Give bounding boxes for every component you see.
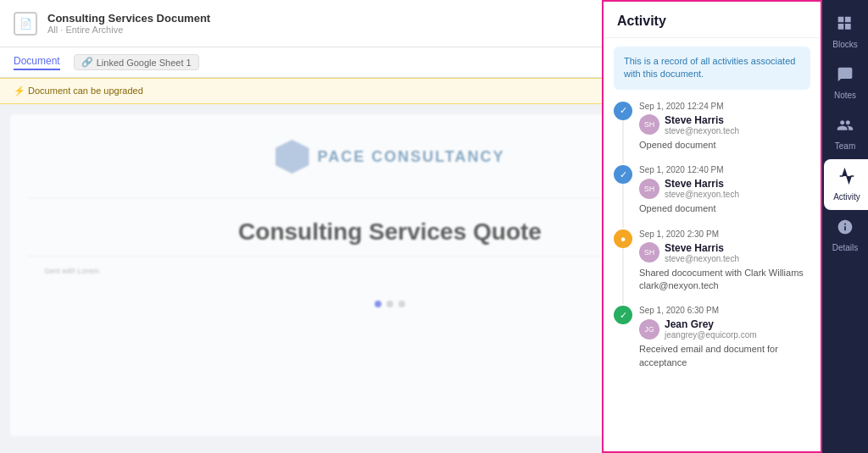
activity-user-row: SH Steve Harris steve@nexyon.tech: [639, 114, 810, 135]
activity-content: Sep 1, 2020 12:40 PM SH Steve Harris ste…: [639, 165, 810, 215]
user-avatar: SH: [639, 179, 659, 199]
activity-user-row: SH Steve Harris steve@nexyon.tech: [639, 242, 810, 263]
user-avatar: SH: [639, 114, 659, 135]
activity-icon: [838, 168, 855, 189]
activity-dot: ✓: [614, 102, 632, 120]
linked-badge[interactable]: 🔗 Linked Google Sheet 1: [74, 54, 199, 70]
blocks-icon: [837, 15, 854, 36]
activity-list: ✓ Sep 1, 2020 12:24 PM SH Steve Harris s…: [604, 98, 821, 451]
activity-time: Sep 1, 2020 12:24 PM: [639, 102, 810, 111]
activity-description: Opened document: [639, 202, 810, 215]
activity-description: Shared dococument with Clark Williams cl…: [639, 267, 810, 293]
sidebar-item-activity[interactable]: Activity: [824, 159, 868, 210]
sidebar-item-details[interactable]: Details: [822, 210, 868, 261]
sidebar-item-notes[interactable]: Notes: [822, 58, 868, 108]
user-avatar: SH: [639, 242, 659, 262]
activity-dot: ✓: [614, 165, 632, 184]
activity-label: Activity: [833, 192, 860, 202]
document-title-area: Consulting Services Document All · Entir…: [47, 12, 615, 35]
activity-description: Opened document: [639, 139, 810, 152]
link-icon: 🔗: [81, 57, 93, 68]
activity-content: Sep 1, 2020 6:30 PM JG Jean Grey jeangre…: [639, 306, 810, 369]
notes-label: Notes: [834, 91, 856, 100]
details-icon: [837, 218, 854, 240]
activity-dot: ●: [614, 229, 632, 248]
field-left: Sent with Lorem: [44, 267, 99, 284]
activity-list-item: ✓ Sep 1, 2020 12:40 PM SH Steve Harris s…: [614, 165, 810, 215]
blocks-label: Blocks: [832, 40, 857, 49]
activity-time: Sep 1, 2020 12:40 PM: [639, 165, 810, 174]
activity-time: Sep 1, 2020 6:30 PM: [639, 306, 810, 315]
activity-title: Activity: [604, 2, 821, 38]
activity-content: Sep 1, 2020 12:24 PM SH Steve Harris ste…: [639, 102, 810, 152]
activity-time: Sep 1, 2020 2:30 PM: [639, 229, 810, 239]
user-info: Jean Grey jeangrey@equicorp.com: [665, 318, 757, 340]
user-info: Steve Harris steve@nexyon.tech: [665, 114, 739, 135]
activity-info-box: This is a record of all activities assoc…: [614, 47, 810, 90]
activity-description: Received email and document for acceptan…: [639, 343, 810, 369]
user-name: Steve Harris: [665, 114, 739, 126]
logo-area: PACE CONSULTANCY: [275, 140, 505, 174]
user-email: jeangrey@equicorp.com: [665, 330, 757, 340]
tab-document[interactable]: Document: [14, 55, 60, 70]
user-name: Jean Grey: [665, 318, 757, 330]
notes-icon: [837, 66, 854, 87]
company-name: PACE CONSULTANCY: [318, 148, 505, 166]
sidebar-item-team[interactable]: Team: [822, 108, 868, 159]
activity-user-row: SH Steve Harris steve@nexyon.tech: [639, 178, 810, 199]
user-email: steve@nexyon.tech: [665, 190, 739, 199]
team-label: Team: [835, 141, 855, 151]
activity-user-row: JG Jean Grey jeangrey@equicorp.com: [639, 318, 810, 340]
document-subtitle: All · Entire Archive: [47, 25, 615, 35]
user-name: Steve Harris: [665, 242, 739, 254]
activity-panel: Activity This is a record of all activit…: [602, 0, 822, 453]
activity-list-item: ✓ Sep 1, 2020 6:30 PM JG Jean Grey jeang…: [614, 306, 810, 369]
user-info: Steve Harris steve@nexyon.tech: [665, 178, 739, 199]
activity-list-item: ✓ Sep 1, 2020 12:24 PM SH Steve Harris s…: [614, 102, 810, 152]
document-icon: 📄: [14, 12, 37, 36]
doc-main-title: Consulting Services Quote: [238, 218, 542, 246]
user-name: Steve Harris: [665, 178, 739, 190]
dot-nav: [375, 301, 405, 307]
user-email: steve@nexyon.tech: [665, 126, 739, 135]
activity-content: Sep 1, 2020 2:30 PM SH Steve Harris stev…: [639, 229, 810, 293]
user-avatar: JG: [639, 319, 659, 340]
user-email: steve@nexyon.tech: [665, 254, 739, 263]
document-title: Consulting Services Document: [47, 12, 615, 25]
banner-text: ⚡ Document can be upgraded: [14, 86, 143, 97]
user-info: Steve Harris steve@nexyon.tech: [665, 242, 739, 263]
activity-list-item: ● Sep 1, 2020 2:30 PM SH Steve Harris st…: [614, 229, 810, 293]
details-label: Details: [832, 243, 859, 252]
team-icon: [837, 117, 854, 138]
company-logo: [275, 140, 309, 174]
activity-dot: ✓: [614, 306, 632, 324]
right-sidebar: BlocksNotesTeamActivityDetails: [822, 0, 868, 453]
sidebar-item-blocks[interactable]: Blocks: [822, 7, 868, 58]
